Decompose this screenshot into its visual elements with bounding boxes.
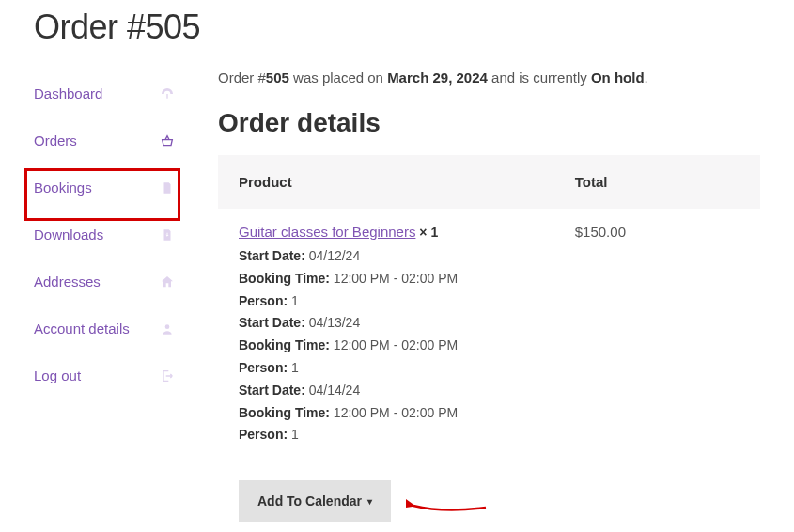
sidebar-item-label: Orders bbox=[34, 133, 77, 149]
order-details-heading: Order details bbox=[218, 108, 760, 138]
sidebar-item-logout[interactable]: Log out bbox=[34, 352, 179, 399]
booking-meta: Start Date: 04/12/24 Booking Time: 12:00… bbox=[239, 245, 534, 446]
sidebar-item-orders[interactable]: Orders bbox=[34, 117, 179, 164]
sidebar-item-label: Dashboard bbox=[34, 86, 102, 102]
sidebar-item-downloads[interactable]: Downloads bbox=[34, 211, 179, 258]
sidebar-item-label: Downloads bbox=[34, 227, 103, 243]
table-row: Add To Calendar ▾ bbox=[218, 465, 760, 532]
sidebar-item-dashboard[interactable]: Dashboard bbox=[34, 70, 179, 117]
add-to-calendar-label: Add To Calendar bbox=[257, 493, 362, 509]
order-status-line: Order #505 was placed on March 29, 2024 … bbox=[218, 70, 760, 86]
user-icon bbox=[160, 321, 175, 336]
dashboard-icon bbox=[160, 86, 175, 102]
sidebar-item-label: Addresses bbox=[34, 274, 101, 289]
product-total: $150.00 bbox=[554, 209, 760, 465]
svg-point-0 bbox=[165, 324, 170, 329]
logout-icon bbox=[160, 368, 175, 383]
sidebar-item-account-details[interactable]: Account details bbox=[34, 305, 179, 352]
table-row: Guitar classes for Beginners × 1 Start D… bbox=[218, 209, 760, 465]
caret-down-icon: ▾ bbox=[367, 496, 372, 507]
sidebar-item-addresses[interactable]: Addresses bbox=[34, 258, 179, 305]
page-title: Order #505 bbox=[34, 0, 760, 70]
basket-icon bbox=[160, 133, 175, 149]
col-header-product: Product bbox=[218, 155, 554, 209]
order-details-table: Product Total Guitar classes for Beginne… bbox=[218, 155, 760, 532]
document-icon bbox=[160, 180, 175, 196]
order-content: Order #505 was placed on March 29, 2024 … bbox=[218, 70, 760, 532]
sidebar-item-bookings[interactable]: Bookings bbox=[34, 164, 179, 211]
download-icon bbox=[160, 227, 175, 243]
product-link[interactable]: Guitar classes for Beginners bbox=[239, 224, 415, 240]
col-header-total: Total bbox=[554, 155, 760, 209]
product-qty: × 1 bbox=[419, 225, 438, 240]
sidebar-item-label: Log out bbox=[34, 368, 81, 383]
sidebar-item-label: Bookings bbox=[34, 180, 92, 196]
account-sidebar: Dashboard Orders Bookings Downloads bbox=[34, 70, 179, 532]
sidebar-item-label: Account details bbox=[34, 321, 130, 336]
home-icon bbox=[160, 274, 175, 289]
add-to-calendar-button[interactable]: Add To Calendar ▾ bbox=[239, 480, 391, 522]
